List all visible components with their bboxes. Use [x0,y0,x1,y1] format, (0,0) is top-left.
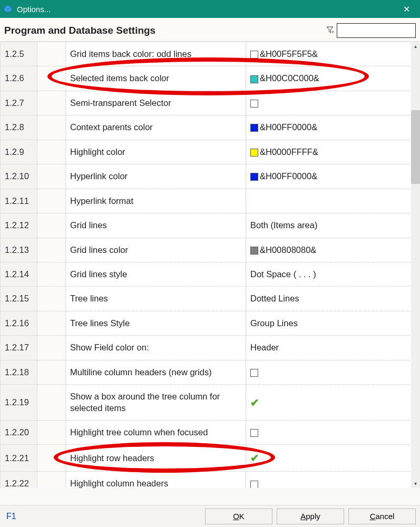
row-value[interactable]: Dotted Lines [246,287,420,311]
row-id: 1.2.13 [1,238,37,262]
row-label: Highlight row headers [66,445,246,472]
table-row[interactable]: 1.2.14Grid lines styleDot Space ( . . . … [1,262,420,286]
scrollbar-thumb[interactable] [411,110,420,184]
row-value[interactable]: Both (Items area) [246,213,420,238]
scroll-down-arrow[interactable]: ▾ [411,479,420,488]
color-swatch[interactable] [250,51,258,58]
row-label: Hyperlink format [66,189,246,213]
window-title: Options... [17,5,51,14]
checkbox[interactable] [250,100,258,108]
row-indent [37,360,66,384]
scrollbar-track[interactable]: ▴ ▾ [411,42,420,488]
cancel-button[interactable]: Cancel [348,509,416,524]
table-row[interactable]: 1.2.6Selected items back color&H00C0C000… [1,66,420,91]
row-value[interactable] [246,189,420,213]
row-label: Hyperlink color [66,164,246,189]
options-grid: 1.2.5Grid items back color: odd lines&H0… [0,42,420,488]
table-row[interactable]: 1.2.16Tree lines StyleGroup Lines [1,311,420,335]
row-label: Show a box around the tree column for se… [66,385,246,421]
table-row[interactable]: 1.2.12Grid linesBoth (Items area) [1,213,420,238]
row-value[interactable]: &H00FF0000& [246,164,420,189]
table-row[interactable]: 1.2.13Grid lines color&H00808080& [1,238,420,262]
row-id: 1.2.11 [1,189,37,213]
color-swatch[interactable] [250,247,258,255]
row-indent [37,115,66,140]
row-label: Semi-transparent Selector [66,91,246,115]
color-value-text: &H00F5F5F5& [260,49,318,58]
row-id: 1.2.15 [1,287,37,311]
row-value[interactable]: ✔ [246,385,420,421]
checkbox[interactable] [250,369,258,377]
row-value[interactable]: ✔ [246,445,420,472]
table-row[interactable]: 1.2.21Highlight row headers✔ [1,445,420,472]
table-row[interactable]: 1.2.17Show Field color on:Header [1,336,420,360]
apply-button[interactable]: Apply [277,509,344,524]
value-text: Dotted Lines [250,294,299,303]
row-value[interactable] [246,472,420,488]
row-indent [37,287,66,311]
row-value[interactable]: &H00FF0000& [246,115,420,140]
scroll-up-arrow[interactable]: ▴ [411,42,420,51]
row-id: 1.2.10 [1,164,37,189]
table-row[interactable]: 1.2.11Hyperlink format [1,189,420,213]
row-value[interactable] [246,360,420,384]
page-title: Program and Database Settings [4,25,155,36]
row-id: 1.2.22 [1,472,37,488]
checkbox[interactable] [250,429,258,437]
row-label: Grid lines style [66,262,246,286]
table-row[interactable]: 1.2.10Hyperlink color&H00FF0000& [1,164,420,189]
table-row[interactable]: 1.2.7Semi-transparent Selector [1,91,420,115]
row-value[interactable]: Header [246,336,420,360]
search-input[interactable] [337,23,416,38]
row-id: 1.2.20 [1,421,37,445]
row-value[interactable] [246,91,420,115]
row-value[interactable]: &H00808080& [246,238,420,262]
close-button[interactable]: ✕ [396,0,417,18]
row-value[interactable]: &H00F5F5F5& [246,42,420,66]
filter-icon[interactable] [326,26,334,35]
dialog-header: Program and Database Settings [0,18,420,42]
row-value[interactable] [246,421,420,445]
help-key-label[interactable]: F1 [6,512,16,521]
row-id: 1.2.16 [1,311,37,335]
row-id: 1.2.8 [1,115,37,140]
row-indent [37,445,66,472]
color-swatch[interactable] [250,173,258,181]
row-indent [37,262,66,286]
ok-button[interactable]: OK [205,509,272,524]
row-id: 1.2.21 [1,445,37,472]
table-row[interactable]: 1.2.9Highlight color&H0000FFFF& [1,140,420,164]
table-row[interactable]: 1.2.15Tree linesDotted Lines [1,287,420,311]
row-label: Highlight column headers [66,472,246,488]
checkmark-icon[interactable]: ✔ [250,397,259,408]
row-id: 1.2.12 [1,213,37,238]
table-row[interactable]: 1.2.8Context parents color&H00FF0000& [1,115,420,140]
color-swatch[interactable] [250,149,258,157]
row-indent [37,66,66,91]
row-label: Grid items back color: odd lines [66,42,246,66]
table-row[interactable]: 1.2.22Highlight column headers [1,472,420,488]
table-row[interactable]: 1.2.20Highlight tree column when focused [1,421,420,445]
row-indent [37,91,66,115]
row-label: Selected items back color [66,66,246,91]
checkmark-icon[interactable]: ✔ [250,452,259,464]
row-label: Tree lines Style [66,311,246,335]
row-indent [37,421,66,445]
table-row[interactable]: 1.2.19Show a box around the tree column … [1,385,420,421]
table-row[interactable]: 1.2.5Grid items back color: odd lines&H0… [1,42,420,66]
row-value[interactable]: &H0000FFFF& [246,140,420,164]
row-indent [37,189,66,213]
row-value[interactable]: &H00C0C000& [246,66,420,91]
row-indent [37,213,66,238]
row-value[interactable]: Group Lines [246,311,420,335]
row-id: 1.2.5 [1,42,37,66]
color-swatch[interactable] [250,124,258,132]
table-row[interactable]: 1.2.18Multiline column headers (new grid… [1,360,420,384]
row-id: 1.2.17 [1,336,37,360]
checkbox[interactable] [250,481,258,488]
row-indent [37,385,66,421]
color-swatch[interactable] [250,75,258,83]
row-value[interactable]: Dot Space ( . . . ) [246,262,420,286]
row-label: Highlight tree column when focused [66,421,246,445]
row-label: Tree lines [66,287,246,311]
